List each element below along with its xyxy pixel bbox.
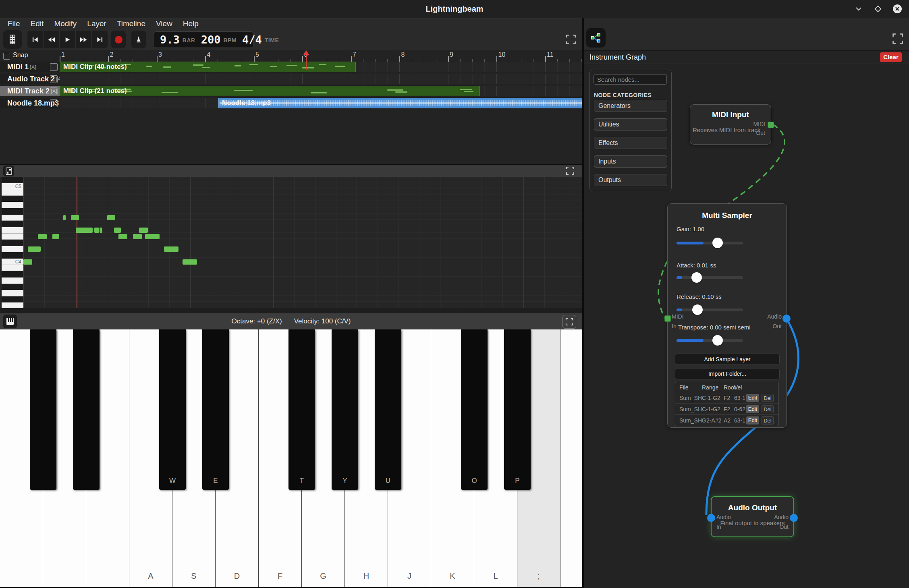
attack-slider[interactable] — [677, 272, 743, 283]
skip-to-start-button[interactable] — [27, 31, 44, 48]
gain-slider[interactable] — [677, 238, 743, 248]
maximize-diamond-icon[interactable] — [873, 4, 883, 14]
midi-clip[interactable]: MIDI Clip (21 notes) — [60, 86, 480, 96]
node-graph-icon[interactable] — [586, 28, 606, 48]
midi-note[interactable] — [133, 234, 142, 239]
minimize-chevron-icon[interactable] — [853, 4, 864, 14]
timeline-ruler[interactable]: Snap 1234567891011 — [0, 50, 582, 62]
black-key-W[interactable]: W — [159, 329, 186, 490]
midi-note[interactable] — [145, 234, 160, 239]
piano-roll-white-key[interactable] — [2, 290, 23, 296]
midi-out-port[interactable] — [768, 122, 774, 128]
midi-note[interactable] — [38, 234, 47, 239]
menu-timeline[interactable]: Timeline — [112, 19, 151, 28]
piano-roll-black-key[interactable] — [2, 296, 23, 303]
category-outputs[interactable]: Outputs — [594, 174, 667, 186]
midi-note[interactable] — [183, 259, 197, 265]
black-key[interactable] — [30, 329, 56, 490]
piano-roll-grid[interactable] — [23, 177, 582, 308]
piano-roll-white-key[interactable] — [2, 302, 23, 308]
midi-note[interactable] — [52, 234, 59, 239]
audio-in-port[interactable] — [707, 514, 715, 522]
transpose-slider-thumb[interactable] — [712, 335, 723, 346]
midi-note[interactable] — [94, 228, 99, 233]
black-key-U[interactable]: U — [375, 329, 401, 490]
add-sample-layer-button[interactable]: Add Sample Layer — [675, 354, 780, 365]
midi-note[interactable] — [71, 215, 79, 220]
piano-roll-black-key[interactable] — [2, 177, 23, 183]
edit-button[interactable]: Edit — [746, 405, 759, 413]
piano-roll-white-key[interactable] — [2, 246, 23, 253]
piano-roll-white-key[interactable] — [2, 277, 23, 284]
node-midi-input[interactable]: MIDI Input Receives MIDI from track MIDI… — [690, 104, 771, 145]
midi-note[interactable] — [107, 215, 115, 220]
track-lane[interactable]: MIDI Clip (40 notes) — [60, 62, 582, 72]
black-key-O[interactable]: O — [461, 329, 488, 490]
track-lane[interactable]: MIDI Clip (21 notes) — [60, 86, 582, 96]
fast-forward-button[interactable] — [76, 31, 92, 48]
menu-modify[interactable]: Modify — [49, 19, 82, 28]
del-button[interactable]: Del — [762, 405, 774, 413]
close-icon[interactable] — [892, 4, 903, 14]
piano-roll-white-key[interactable] — [2, 202, 23, 208]
midi-note[interactable] — [23, 259, 32, 265]
keyboard-icon[interactable] — [3, 315, 17, 328]
audio-clip[interactable]: Noodle 18.mp3 — [218, 98, 583, 108]
piano-roll-playhead[interactable] — [77, 177, 77, 308]
timeline-empty-area[interactable] — [0, 110, 582, 164]
track-header[interactable]: Audio Track 2[A]- — [0, 74, 60, 84]
timeline-fullscreen-icon[interactable] — [566, 34, 576, 46]
graph-fullscreen-icon[interactable] — [892, 33, 903, 46]
keyboard-fullscreen-icon[interactable] — [562, 315, 576, 329]
category-effects[interactable]: Effects — [594, 137, 667, 149]
track-mute-button[interactable]: - — [50, 99, 58, 107]
attack-slider-thumb[interactable] — [691, 272, 702, 283]
category-generators[interactable]: Generators — [594, 100, 667, 112]
midi-in-port[interactable] — [664, 315, 671, 322]
piano-roll-white-key[interactable] — [2, 234, 23, 240]
midi-note[interactable] — [114, 228, 121, 233]
piano-roll-black-key[interactable] — [2, 240, 23, 246]
menu-layer[interactable]: Layer — [82, 19, 112, 28]
gain-slider-thumb[interactable] — [712, 238, 723, 248]
piano-roll-white-key[interactable]: C5 — [2, 183, 23, 190]
midi-note[interactable] — [63, 215, 66, 220]
track-lane[interactable]: Noodle 18.mp3 — [60, 98, 582, 108]
menu-view[interactable]: View — [151, 19, 178, 28]
menu-help[interactable]: Help — [178, 19, 204, 28]
film-icon[interactable] — [3, 30, 22, 49]
edit-button[interactable]: Edit — [746, 416, 759, 424]
play-button[interactable] — [60, 31, 76, 48]
del-button[interactable]: Del — [762, 394, 774, 402]
audio-out-port[interactable] — [790, 514, 798, 522]
piano-roll-white-key[interactable] — [2, 215, 23, 221]
piano-roll-black-key[interactable] — [2, 196, 23, 202]
piano-roll-fullscreen-icon[interactable] — [566, 166, 575, 177]
category-inputs[interactable]: Inputs — [594, 155, 667, 168]
menu-edit[interactable]: Edit — [25, 19, 49, 28]
track-mute-button[interactable]: - — [50, 75, 58, 83]
audio-out-port[interactable] — [782, 315, 791, 323]
menu-file[interactable]: File — [2, 19, 25, 28]
piano-roll-black-key[interactable] — [2, 271, 23, 277]
black-key-Y[interactable]: Y — [332, 329, 358, 490]
record-button[interactable] — [111, 31, 126, 48]
black-key-P[interactable]: P — [504, 329, 531, 490]
piano-roll-key-column[interactable]: C5C4 — [2, 177, 23, 308]
piano-roll-black-key[interactable] — [2, 252, 23, 259]
node-audio-output[interactable]: Audio Output Final output to speakers Au… — [711, 496, 794, 537]
black-key[interactable] — [73, 329, 100, 490]
release-slider[interactable] — [677, 304, 743, 315]
midi-note[interactable] — [100, 228, 102, 233]
transpose-slider[interactable] — [677, 335, 743, 346]
track-mute-button[interactable]: - — [50, 63, 58, 71]
midi-note[interactable] — [28, 246, 41, 252]
track-header[interactable]: MIDI 1[A]- — [0, 62, 60, 72]
metronome-button[interactable] — [131, 31, 146, 48]
piano-roll-panel-icon[interactable] — [3, 166, 14, 176]
black-key-T[interactable]: T — [288, 329, 315, 490]
midi-note[interactable] — [164, 246, 178, 252]
del-button[interactable]: Del — [762, 416, 774, 424]
graph-canvas[interactable]: NODE CATEGORIES GeneratorsUtilitiesEffec… — [584, 64, 909, 588]
category-utilities[interactable]: Utilities — [594, 118, 667, 130]
